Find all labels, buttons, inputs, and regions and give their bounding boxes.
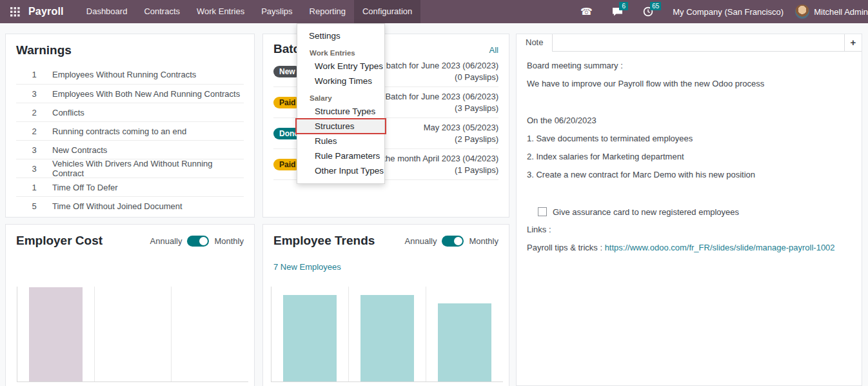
warning-count: 3 [16,89,52,99]
menu-section-salary: Salary [297,88,384,104]
payroll-tips-link[interactable]: https://www.odoo.com/fr_FR/slides/slide/… [605,243,835,252]
batches-all-link[interactable]: All [489,45,498,55]
warning-row[interactable]: 2 Conflicts [16,103,244,121]
toggle-label-monthly: Monthly [214,236,244,246]
main-menu: Dashboard Contracts Work Entries Payslip… [78,0,421,23]
batch-payslip-count: (3 Payslips) [455,103,498,113]
warning-count: 1 [16,70,52,79]
messages-icon[interactable]: 6 [611,5,624,18]
batch-name: Batch for June 2023 (06/2023) [385,92,498,101]
warning-count: 2 [16,108,52,117]
annually-monthly-switch[interactable] [442,236,464,247]
batch-payslip-count: (2 Payslips) [455,134,498,144]
warning-count: 3 [16,164,52,174]
employee-trends-chart [271,287,503,382]
assurance-card-checkbox-row: Give assurance card to new registered em… [538,207,851,217]
warning-label: Conflicts [52,108,244,117]
note-line: 1. Save documents to terminated employee… [527,134,851,144]
company-switcher[interactable]: My Company (San Francisco) [673,7,784,17]
menu-dashboard[interactable]: Dashboard [78,0,136,23]
note-line: Board meeting summary : [527,61,851,71]
batch-payslip-count: (0 Payslips) [455,72,498,82]
warning-label: Time Off To Defer [52,183,244,192]
note-line: We have to improve our Payroll flow with… [527,79,851,89]
apps-grid-icon[interactable] [6,0,23,23]
note-content: Board meeting summary : We have to impro… [517,52,862,270]
warnings-panel: Warnings 1 Employees Without Running Con… [5,34,255,218]
employer-cost-period-toggle: Annually Monthly [150,236,244,247]
menu-item-working-times[interactable]: Working Times [297,74,384,88]
employee-trends-bar [360,295,414,381]
note-line: 2. Index salaries for Marketing departme… [527,152,851,162]
menu-item-settings[interactable]: Settings [297,28,384,43]
note-panel: Note + Board meeting summary : We have t… [516,34,862,386]
warning-row[interactable]: 1 Time Off To Defer [16,178,244,196]
topbar-right-tools: ☎ 6 65 My Company (San Francisco) Mitche… [571,0,868,23]
warning-row[interactable]: 2 Running contracts coming to an end [16,121,244,140]
employer-cost-bar [29,287,83,381]
warning-count: 1 [16,183,52,192]
configuration-dropdown-menu: Settings Work Entries Work Entry Types W… [297,23,385,184]
note-line: On the 06/20/2023 [527,116,851,126]
menu-work-entries[interactable]: Work Entries [188,0,253,23]
employee-trends-period-toggle: Annually Monthly [405,236,498,247]
warning-count: 3 [16,145,52,155]
activities-count-badge: 65 [650,2,661,10]
warning-row[interactable]: 3 New Contracts [16,140,244,159]
warning-row[interactable]: 1 Employees Without Running Contracts [16,65,244,84]
menu-item-structures[interactable]: Structures [297,119,384,134]
messages-count-badge: 6 [619,2,628,10]
menu-section-work-entries: Work Entries [297,43,384,59]
menu-payslips[interactable]: Payslips [253,0,301,23]
apps-grid-glyph [10,7,20,17]
activities-clock-icon[interactable]: 65 [642,5,655,18]
user-avatar[interactable] [795,5,809,19]
toggle-label-annually: Annually [150,236,182,246]
annually-monthly-switch[interactable] [187,236,209,247]
new-employees-link[interactable]: 7 New Employees [273,262,341,272]
warning-row[interactable]: 3 Employees With Both New And Running Co… [16,84,244,103]
batch-payslip-count: (1 Payslips) [455,165,498,175]
warning-label: Employees With Both New And Running Cont… [52,89,244,99]
note-links-line: Payroll tips & tricks : https://www.odoo… [527,243,851,253]
payroll-dashboard: Payroll Dashboard Contracts Work Entries… [0,0,868,386]
warnings-list: 1 Employees Without Running Contracts 3 … [16,65,244,215]
menu-item-work-entry-types[interactable]: Work Entry Types [297,59,384,74]
batch-name: May 2023 (05/2023) [424,123,498,132]
warning-count: 5 [16,201,52,211]
menu-reporting[interactable]: Reporting [301,0,354,23]
employee-trends-bar [283,295,337,381]
add-tab-button[interactable]: + [844,34,862,52]
menu-contracts[interactable]: Contracts [135,0,188,23]
warning-label: New Contracts [52,145,244,155]
menu-item-rules[interactable]: Rules [297,134,384,148]
warning-row[interactable]: 3 Vehicles With Drivers And Without Runn… [16,159,244,178]
tab-note[interactable]: Note [517,34,553,52]
employer-cost-title: Employer Cost [16,234,103,248]
softphone-icon[interactable]: ☎ [580,5,593,18]
warning-count: 2 [16,127,52,136]
menu-configuration[interactable]: Configuration [354,0,420,23]
app-brand-payroll[interactable]: Payroll [28,6,64,17]
warning-label: Running contracts coming to an end [52,127,244,136]
employee-trends-bar [438,303,491,381]
menu-item-other-input-types[interactable]: Other Input Types [297,163,384,178]
warning-label: Time Off Without Joined Document [52,201,244,211]
link-prefix: Payroll tips & tricks : [527,243,605,252]
menu-item-rule-parameters[interactable]: Rule Parameters [297,148,384,163]
note-line: 3. Create a new contract for Marc Demo w… [527,170,851,180]
warning-row[interactable]: 5 Time Off Without Joined Document [16,196,244,215]
top-navigation-bar: Payroll Dashboard Contracts Work Entries… [0,0,868,23]
toggle-label-monthly: Monthly [469,236,498,246]
employee-trends-panel: Employee Trends Annually Monthly 7 New E… [262,224,509,386]
user-name[interactable]: Mitchell Admin [814,7,868,17]
checkbox-label: Give assurance card to new registered em… [553,207,739,217]
warning-label: Employees Without Running Contracts [52,70,244,79]
warnings-title: Warnings [16,43,244,57]
assurance-card-checkbox[interactable] [538,207,547,216]
employee-trends-title: Employee Trends [273,234,375,248]
note-tab-bar: Note + [517,34,862,52]
warning-label: Vehicles With Drivers And Without Runnin… [52,159,244,178]
menu-item-structure-types[interactable]: Structure Types [297,104,384,119]
employer-cost-panel: Employer Cost Annually Monthly [5,224,255,386]
